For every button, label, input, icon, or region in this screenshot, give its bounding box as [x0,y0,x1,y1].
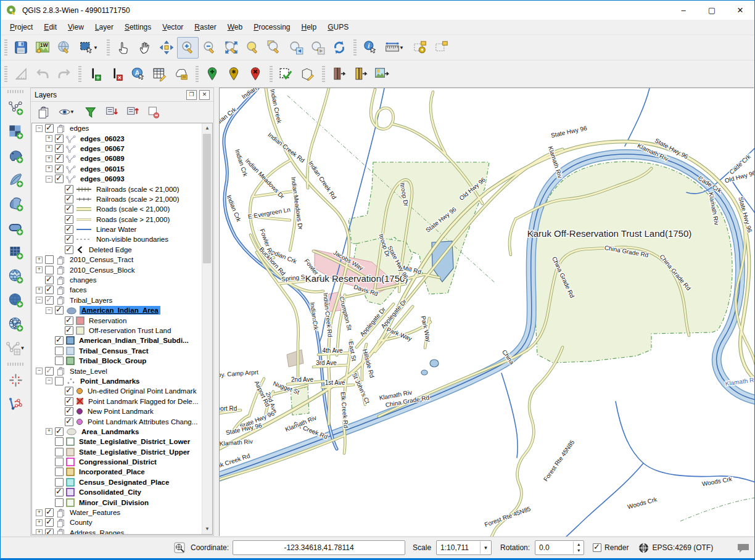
layer-row-incorporated-place[interactable]: Incorporated_Place [32,467,202,477]
layer-row-edges-06015[interactable]: +✓edges_06015 [32,164,202,174]
coordinate-capture-icon[interactable] [174,542,186,554]
tree-expander-icon[interactable]: + [36,257,43,263]
menu-settings[interactable]: Settings [119,21,157,33]
layer-row-american-indian-area[interactable]: −✓American_Indian_Area [32,305,202,315]
zoom-full-button[interactable] [220,37,242,59]
new-map-1w-button[interactable]: 1W [31,37,53,59]
identify-features-button[interactable]: i [359,37,381,59]
layer-visibility-checkbox[interactable] [55,467,64,476]
tree-expander-icon[interactable]: − [46,176,52,183]
layer-visibility-checkbox[interactable]: ✓ [55,427,64,436]
render-checkbox[interactable]: ✓ [593,543,601,552]
layer-visibility-checkbox[interactable]: ✓ [55,154,64,163]
touch-zoom-button[interactable] [112,37,134,59]
layer-visibility-checkbox[interactable] [55,448,64,456]
menu-layer[interactable]: Layer [89,21,119,33]
layer-visibility-checkbox[interactable]: ✓ [65,215,73,224]
expand-all-button[interactable] [105,105,118,118]
tree-expander-icon[interactable]: + [36,529,43,534]
layer-row-2010-census-tract[interactable]: +2010_Census_Tract [32,255,202,265]
zoom-to-layer-button[interactable] [263,37,285,59]
layer-visibility-checkbox[interactable]: ✓ [55,306,64,315]
layer-row-tribal-layers[interactable]: −✓Tribal_Layers [32,295,202,305]
layer-row-roads-scale-21-000[interactable]: ✓Roads (scale < 21,000) [32,204,202,214]
menu-project[interactable]: Project [4,21,38,33]
layer-visibility-checkbox[interactable]: ✓ [45,276,54,284]
layer-row-state-legislative-district-lower[interactable]: State_Legislative_District_Lower [32,437,202,447]
layer-visibility-checkbox[interactable]: ✓ [65,418,73,426]
layer-visibility-checkbox[interactable]: ✓ [65,407,73,416]
layer-visibility-checkbox[interactable]: ✓ [65,387,73,395]
edit-area-button[interactable] [297,63,318,84]
layer-row-congressional-district[interactable]: Congressional_District [32,457,202,467]
tree-expander-icon[interactable]: − [46,377,52,384]
layer-row-deleted-edge[interactable]: ✓Deleted Edge [32,245,202,255]
zoom-globe-button[interactable] [53,37,75,59]
layer-row-non-visible-boundaries[interactable]: ✓Non-visible boundaries [32,234,202,244]
tree-expander-icon[interactable]: − [46,307,52,314]
close-button[interactable]: ✕ [726,1,754,20]
layer-visibility-checkbox[interactable] [55,356,64,365]
add-wfs-layer-button[interactable] [5,313,27,335]
layer-row-reservation[interactable]: ✓Reservation [32,315,202,325]
layer-visibility-checkbox[interactable]: ✓ [45,124,54,133]
layer-row-faces[interactable]: +✓faces [32,285,202,295]
layer-row-linear-water[interactable]: ✓Linear Water [32,224,202,234]
tree-expander-icon[interactable]: − [36,125,43,132]
layer-visibility-checkbox[interactable]: ✓ [45,518,54,527]
delete-point-landmark-button[interactable] [244,63,266,84]
panel-splitter[interactable] [214,88,219,536]
tree-expander-icon[interactable]: − [36,368,43,374]
crs-status-button[interactable]: EPSG:4269 (OTF) [652,543,713,552]
tree-expander-icon[interactable]: + [36,266,43,273]
layer-visibility-checkbox[interactable] [55,498,64,507]
layer-visibility-checkbox[interactable]: ✓ [65,205,73,213]
manage-visibility-button[interactable]: ▼ [58,105,76,118]
layer-visibility-checkbox[interactable]: ✓ [55,336,64,345]
layer-row-new-point-landmark[interactable]: ✓New Point Landmark [32,406,202,416]
menu-web[interactable]: Web [222,21,248,33]
layer-visibility-checkbox[interactable] [45,266,54,274]
collapse-all-button[interactable] [126,105,139,118]
zoom-to-selection-button[interactable] [242,37,263,59]
tree-expander-icon[interactable]: + [46,428,52,435]
maximize-button[interactable]: ▢ [698,1,726,20]
menu-view[interactable]: View [62,21,89,33]
snapping-options-button[interactable] [5,369,27,391]
layer-visibility-checkbox[interactable]: ✓ [45,296,54,305]
menu-help[interactable]: Help [296,21,323,33]
add-linear-feature-button[interactable] [84,63,105,84]
layer-row-area-landmarks[interactable]: +✓Area_Landmarks [32,427,202,437]
layer-visibility-checkbox[interactable] [55,437,64,446]
maptip-button[interactable] [431,37,452,59]
layer-row-point-landmark-flagged-for-dele[interactable]: ✓Point Landmark Flagged for Dele... [32,397,202,406]
add-mssql-layer-button[interactable] [5,193,27,215]
panel-float-icon[interactable]: ❐ [186,90,197,100]
menu-processing[interactable]: Processing [248,21,295,33]
menu-gups[interactable]: GUPS [322,21,354,33]
layer-visibility-checkbox[interactable]: ✓ [55,488,64,496]
layer-visibility-checkbox[interactable] [55,458,64,466]
panel-close-icon[interactable]: ✕ [199,90,210,100]
layer-row-roads-scale-21-000[interactable]: ✓Roads (scale > 21,000) [32,215,202,224]
layer-visibility-checkbox[interactable]: ✓ [65,316,73,325]
add-postgis-layer-button[interactable] [5,145,27,167]
layer-visibility-checkbox[interactable]: ✓ [55,144,64,153]
layer-row-edges-06089[interactable]: +✓edges_06089 [32,154,202,163]
layer-row-minor-civil-division[interactable]: Minor_Civil_Division [32,497,202,507]
add-wms-layer-button[interactable] [5,265,27,287]
layer-row-address-ranges[interactable]: +✓Address_Ranges [32,528,202,534]
delete-linear-feature-button[interactable] [105,63,127,84]
node-tool-button[interactable] [5,393,27,415]
modify-point-landmark-button[interactable] [223,63,244,84]
menu-raster[interactable]: Raster [189,21,221,33]
remove-layer-button[interactable] [147,105,160,118]
layer-visibility-checkbox[interactable]: ✓ [65,397,73,406]
layer-row-water-features[interactable]: +✓Water_Features [32,508,202,517]
refresh-button[interactable] [328,37,350,59]
annotation-button[interactable]: A [127,63,149,84]
share-map-button[interactable] [371,63,392,84]
coordinate-input[interactable]: -123.34618,41.78114 [233,540,405,555]
add-spatialite-layer-button[interactable] [5,169,27,191]
layer-row-edges[interactable]: −✓edges [32,123,202,133]
